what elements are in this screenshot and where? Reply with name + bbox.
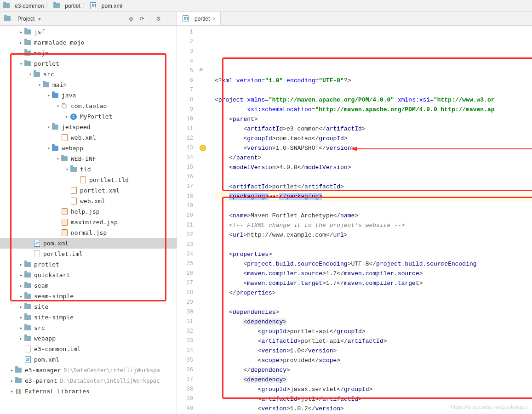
code-line[interactable] (215, 201, 532, 211)
tree-node-e3-common-iml[interactable]: e3-common.iml (0, 344, 177, 354)
tree-node-portlet-xml[interactable]: portlet.xml (0, 185, 177, 196)
code-line[interactable]: <scope>provided</scope> (215, 356, 532, 365)
project-tree[interactable]: ▸jsf▸marmalade-mojo▸mojo▾portlet▾src▾mai… (0, 26, 177, 414)
code-line[interactable]: <artifactId>portlet-api</artifactId> (215, 336, 532, 346)
tree-node-marmalade-mojo[interactable]: ▸marmalade-mojo (0, 37, 177, 48)
code-line[interactable] (215, 85, 532, 95)
tree-node-webapp[interactable]: ▸webapp (0, 333, 177, 344)
code-line[interactable]: <groupId>javax.servlet</groupId> (215, 385, 532, 394)
tree-node-seam[interactable]: ▸seam (0, 280, 177, 291)
tree-node-external-libraries[interactable]: ▸External Libraries (0, 386, 177, 397)
chevron-right-icon[interactable]: ▸ (9, 378, 15, 383)
chevron-right-icon[interactable]: ▸ (18, 40, 24, 45)
code-line[interactable]: <dependency> (215, 375, 532, 385)
tree-node-maximized-jsp[interactable]: maximized.jsp (0, 217, 177, 227)
chevron-right-icon[interactable]: ▸ (18, 315, 24, 320)
chevron-right-icon[interactable]: ▸ (9, 389, 15, 394)
code-line[interactable]: <url>http://www.example.com</url> (215, 230, 532, 240)
crumb-portlet[interactable]: portlet (53, 2, 80, 10)
tree-node-mojo[interactable]: ▸mojo (0, 48, 177, 58)
code-line[interactable] (215, 172, 532, 182)
code-line[interactable]: <!-- FIXME change it to the project's we… (215, 221, 532, 230)
code-line[interactable]: <packaging>war</packaging> (215, 192, 532, 201)
code-line[interactable]: <project.build.sourceEncoding>UTF-8</pro… (215, 259, 532, 269)
code-line[interactable]: <modelVersion>4.0.0</modelVersion> (215, 163, 532, 172)
chevron-right-icon[interactable]: ▸ (18, 272, 24, 278)
tree-node-site-simple[interactable]: ▸site-simple (0, 312, 177, 323)
tree-node-web-xml[interactable]: web.xml (0, 132, 177, 143)
tree-node-pom-xml[interactable]: pom.xml (0, 354, 177, 365)
code-line[interactable]: <name>Maven Portlet Archetype</name> (215, 211, 532, 221)
tree-node-normal-jsp[interactable]: normal.jsp (0, 227, 177, 238)
intention-bulb-icon[interactable] (200, 145, 206, 151)
sidebar-title[interactable]: Project (17, 16, 34, 22)
tree-node-myportlet[interactable]: ▸CMyPortlet (0, 111, 177, 122)
chevron-right-icon[interactable]: ▸ (18, 325, 24, 330)
code-line[interactable]: <artifactId>jstl</artifactId> (215, 394, 532, 404)
code-line[interactable]: xsi:schemaLocation="http://maven.apache.… (215, 105, 532, 114)
chevron-right-icon[interactable]: ▸ (64, 114, 70, 119)
chevron-right-icon[interactable]: ▸ (18, 304, 24, 309)
tree-node-jetspeed[interactable]: ▾jetspeed (0, 122, 177, 132)
tree-node-portlet[interactable]: ▾portlet (0, 58, 177, 69)
chevron-down-icon[interactable]: ▾ (64, 167, 70, 172)
tree-node-quickstart[interactable]: ▸quickstart (0, 270, 177, 280)
collapse-icon[interactable]: — (166, 15, 173, 23)
tree-node-portlet-iml[interactable]: portlet.iml (0, 249, 177, 259)
code-line[interactable]: <?xml version="1.0" encoding="UTF-8"?> (215, 76, 532, 85)
tree-node-webapp[interactable]: ▾webapp (0, 143, 177, 153)
tree-node-e3-parent[interactable]: ▸e3-parentD:\DataCenter\intellijWorkspac (0, 375, 177, 386)
chevron-right-icon[interactable]: ▸ (18, 29, 24, 34)
code-line[interactable]: <project xmlns="http://maven.apache.org/… (215, 95, 532, 105)
tree-node-main[interactable]: ▾main (0, 79, 177, 90)
tab-portlet[interactable]: portlet × (177, 12, 221, 25)
code-line[interactable]: <dependency> (215, 317, 532, 327)
code-line[interactable]: <properties> (215, 250, 532, 259)
chevron-right-icon[interactable]: ▸ (18, 294, 24, 299)
tree-node-pom-xml[interactable]: pom.xml (0, 238, 177, 249)
chevron-down-icon[interactable]: ▾ (55, 156, 61, 161)
tree-node-help-jsp[interactable]: help.jsp (0, 206, 177, 217)
chevron-down-icon[interactable]: ▾ (28, 72, 33, 77)
tree-node-tld[interactable]: ▾tld (0, 164, 177, 175)
dropdown-icon[interactable]: ▾ (38, 16, 41, 22)
tree-node-jsf[interactable]: ▸jsf (0, 27, 177, 37)
crumb-e3-common[interactable]: e3-common (3, 2, 44, 10)
chevron-right-icon[interactable]: ▸ (18, 51, 24, 56)
code-line[interactable]: <artifactId>e3-common</artifactId> (215, 124, 532, 134)
code-line[interactable]: <maven.compiler.source>1.7</maven.compil… (215, 269, 532, 278)
refresh-icon[interactable]: ⟳ (138, 15, 146, 23)
chevron-right-icon[interactable]: ▸ (9, 368, 15, 373)
tree-node-src[interactable]: ▸src (0, 323, 177, 333)
code-line[interactable]: <artifactId>portlet</artifactId> (215, 182, 532, 192)
chevron-right-icon[interactable]: ▸ (18, 283, 24, 288)
chevron-right-icon[interactable]: ▸ (18, 262, 24, 267)
tree-node-src[interactable]: ▾src (0, 69, 177, 79)
code-area[interactable]: <?xml version="1.0" encoding="UTF-8"?> <… (208, 26, 532, 414)
tree-node-site[interactable]: ▸site (0, 301, 177, 312)
code-line[interactable]: <groupId>com.taotao</groupId> (215, 134, 532, 143)
locate-icon[interactable]: ⊕ (127, 15, 135, 23)
tree-node-web-inf[interactable]: ▾WEB-INF (0, 153, 177, 164)
tree-node-portlet-tld[interactable]: portlet.tld (0, 175, 177, 185)
chevron-down-icon[interactable]: ▾ (18, 61, 24, 66)
code-line[interactable]: <parent> (215, 114, 532, 124)
chevron-down-icon[interactable]: ▾ (46, 125, 51, 130)
code-line[interactable] (215, 298, 532, 307)
code-line[interactable]: </dependency> (215, 365, 532, 375)
tree-node-e3-manager[interactable]: ▸e3-managerD:\DataCenter\intellijWorkspa (0, 365, 177, 375)
code-line[interactable]: </properties> (215, 288, 532, 298)
chevron-right-icon[interactable]: ▸ (18, 336, 24, 341)
editor-body[interactable]: 1234567891011121314151617181920212223242… (177, 26, 532, 414)
chevron-down-icon[interactable]: ▾ (37, 82, 42, 87)
code-line[interactable]: </parent> (215, 153, 532, 163)
code-line[interactable]: <version>1.0</version> (215, 346, 532, 356)
tree-node-web-xml[interactable]: web.xml (0, 196, 177, 206)
code-line[interactable]: <groupId>portlet-api</groupId> (215, 327, 532, 336)
chevron-down-icon[interactable]: ▾ (55, 103, 61, 108)
close-tab-icon[interactable]: × (212, 16, 216, 22)
crumb-pom.xml[interactable]: pom.xml (90, 2, 122, 10)
tree-node-seam-simple[interactable]: ▸seam-simple (0, 291, 177, 301)
code-line[interactable]: <dependencies> (215, 307, 532, 317)
chevron-down-icon[interactable]: ▾ (46, 146, 51, 151)
